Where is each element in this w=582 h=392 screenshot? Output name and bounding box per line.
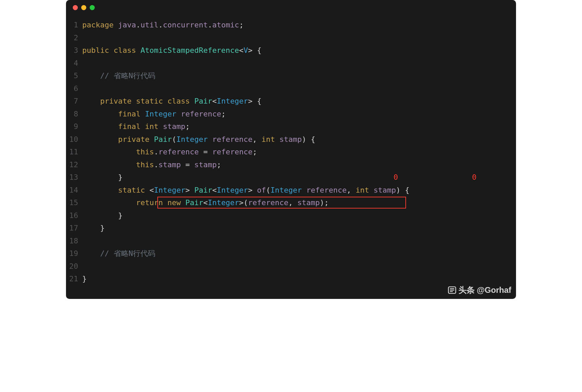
line-number: 10 [66, 133, 82, 146]
line-number: 9 [66, 120, 82, 133]
code-content: } [82, 209, 509, 222]
code-content: private static class Pair<Integer> { [82, 95, 509, 108]
titlebar [66, 0, 516, 15]
line-number: 4 [66, 57, 82, 70]
watermark: 头条 @Gorhaf [448, 285, 511, 296]
code-line: 19 // 省略N行代码 [66, 247, 509, 260]
line-number: 15 [66, 196, 82, 209]
line-number: 12 [66, 158, 82, 171]
line-number: 21 [66, 273, 82, 285]
minimize-icon[interactable] [81, 5, 86, 10]
line-number: 14 [66, 184, 82, 197]
code-content: final Integer reference; [82, 108, 509, 121]
line-number: 13 [66, 171, 82, 184]
code-content: } [82, 171, 509, 184]
code-line: 5 // 省略N行代码 [66, 69, 509, 82]
line-number: 18 [66, 235, 82, 247]
code-content: this.reference = reference; [82, 146, 509, 158]
code-line: 4 [66, 57, 509, 70]
code-line: 11 this.reference = reference; [66, 146, 509, 158]
code-line: 13 } 0 0 [66, 171, 509, 184]
code-line: 20 [66, 260, 509, 273]
code-content: } [82, 222, 509, 235]
code-line: 15 return new Pair<Integer>(reference, s… [66, 196, 509, 209]
code-line: 14 static <Integer> Pair<Integer> of(Int… [66, 184, 509, 197]
line-number: 17 [66, 222, 82, 235]
code-line: 16 } [66, 209, 509, 222]
code-content: public class AtomicStampedReference<V> { [82, 44, 509, 57]
code-content: static <Integer> Pair<Integer> of(Intege… [82, 184, 509, 197]
annotation-zero: 0 [472, 171, 476, 184]
code-line: 18 [66, 235, 509, 247]
annotation-zero: 0 [394, 171, 398, 184]
line-number: 19 [66, 247, 82, 260]
code-content: private Pair(Integer reference, int stam… [82, 133, 509, 146]
code-content: this.stamp = stamp; [82, 158, 509, 171]
code-line: 2 [66, 31, 509, 44]
code-content: final int stamp; [82, 120, 509, 133]
line-number: 1 [66, 19, 82, 31]
code-line: 6 [66, 82, 509, 95]
code-line: 7 private static class Pair<Integer> { [66, 95, 509, 108]
close-icon[interactable] [73, 5, 78, 10]
line-number: 20 [66, 260, 82, 273]
code-line: 1 package java.util.concurrent.atomic; [66, 19, 509, 31]
line-number: 11 [66, 146, 82, 158]
code-window: 1 package java.util.concurrent.atomic; 2… [66, 0, 516, 299]
code-area: 1 package java.util.concurrent.atomic; 2… [66, 15, 516, 299]
code-content: return new Pair<Integer>(reference, stam… [82, 196, 509, 209]
zoom-icon[interactable] [90, 5, 95, 10]
watermark-handle: @Gorhaf [477, 285, 511, 295]
code-line: 17 } [66, 222, 509, 235]
code-line: 8 final Integer reference; [66, 108, 509, 121]
code-line: 9 final int stamp; [66, 120, 509, 133]
line-number: 6 [66, 82, 82, 95]
watermark-label: 头条 [458, 285, 475, 296]
code-line: 3 public class AtomicStampedReference<V>… [66, 44, 509, 57]
code-line: 21 } [66, 273, 509, 285]
code-content: package java.util.concurrent.atomic; [82, 19, 509, 31]
line-number: 7 [66, 95, 82, 108]
code-content: } [82, 273, 509, 285]
line-number: 8 [66, 108, 82, 121]
code-content: // 省略N行代码 [82, 247, 509, 260]
code-content: // 省略N行代码 [82, 69, 509, 82]
code-line: 10 private Pair(Integer reference, int s… [66, 133, 509, 146]
code-line: 12 this.stamp = stamp; [66, 158, 509, 171]
line-number: 2 [66, 31, 82, 44]
toutiao-icon [448, 286, 456, 295]
line-number: 3 [66, 44, 82, 57]
line-number: 16 [66, 209, 82, 222]
line-number: 5 [66, 69, 82, 82]
